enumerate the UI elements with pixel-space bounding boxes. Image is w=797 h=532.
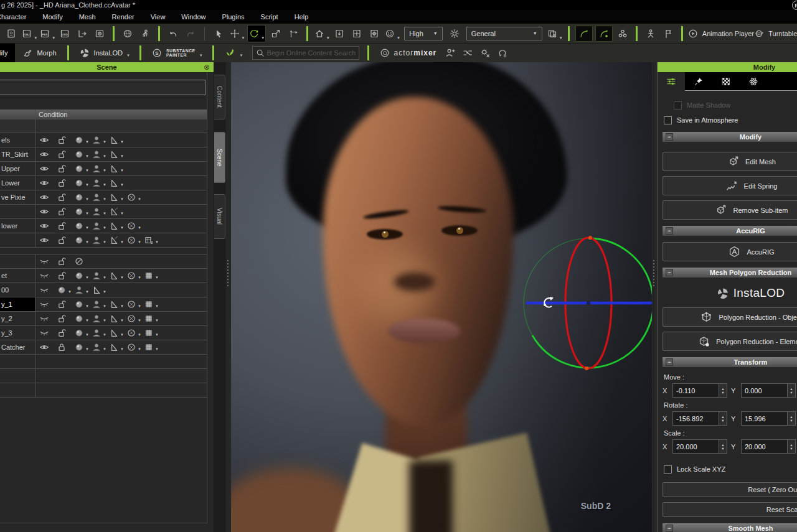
chevron-down-icon[interactable]: ▼: [103, 290, 106, 296]
spinner[interactable]: ▲▼: [719, 411, 727, 426]
eye-icon[interactable]: [39, 192, 50, 203]
menu-item-character[interactable]: Character: [0, 13, 34, 21]
spinner[interactable]: ▲▼: [719, 383, 727, 398]
person-icon[interactable]: [91, 327, 102, 338]
chevron-down-icon[interactable]: ▼: [34, 36, 37, 42]
left-splitter[interactable]: [226, 62, 231, 532]
gear-clear-button[interactable]: [478, 45, 493, 61]
flag-icon[interactable]: [108, 270, 120, 281]
flag-icon[interactable]: [108, 342, 120, 353]
chevron-down-icon[interactable]: ▼: [138, 226, 141, 231]
circle-x-icon[interactable]: [126, 299, 137, 310]
select-cursor-button[interactable]: [211, 26, 226, 42]
sphere-icon[interactable]: [73, 342, 85, 353]
sphere-icon[interactable]: [73, 299, 85, 310]
substance-painter-menu[interactable]: S SUBSTANCEPAINTER ▼: [146, 47, 208, 59]
sphere-icon[interactable]: [73, 149, 85, 160]
chevron-down-icon[interactable]: ▼: [85, 290, 89, 296]
tab-modify[interactable]: Modify: [0, 44, 15, 62]
menu-item-mesh[interactable]: Mesh: [71, 13, 104, 21]
chevron-down-icon[interactable]: ▼: [155, 240, 159, 246]
scale-y-field[interactable]: [741, 439, 787, 454]
table-row[interactable]: lower▼▼▼▼: [0, 219, 207, 233]
unlock-icon[interactable]: [56, 163, 67, 174]
world-button[interactable]: [120, 26, 135, 42]
circle-x-icon[interactable]: [126, 235, 137, 246]
sphere-icon[interactable]: [56, 284, 67, 296]
chevron-down-icon[interactable]: ▼: [326, 36, 330, 42]
chevron-down-icon[interactable]: ▼: [103, 276, 106, 281]
person-icon[interactable]: [91, 235, 102, 246]
flag-icon[interactable]: [108, 327, 120, 338]
corner-badge[interactable]: P: [792, 1, 797, 10]
menu-item-plugins[interactable]: Plugins: [214, 13, 252, 21]
sphere-icon[interactable]: [73, 206, 85, 217]
chevron-down-icon[interactable]: ▼: [85, 212, 89, 217]
scale-button[interactable]: [268, 26, 283, 42]
remove-subitem-button[interactable]: Remove Sub-item: [663, 200, 797, 220]
person-icon[interactable]: [91, 299, 102, 310]
chevron-down-icon[interactable]: ▼: [103, 154, 106, 160]
pivot-button[interactable]: [286, 26, 301, 42]
row-label[interactable]: ve Pixie: [0, 190, 35, 204]
unlock-icon[interactable]: [56, 235, 67, 246]
render-image-button[interactable]: [92, 26, 107, 42]
chevron-down-icon[interactable]: ▼: [120, 169, 124, 174]
collapse-icon[interactable]: −: [666, 133, 673, 141]
sphere-icon[interactable]: [73, 235, 85, 246]
chevron-down-icon[interactable]: ▼: [138, 276, 141, 281]
eye-closed-icon[interactable]: [39, 284, 50, 296]
actormixer-logo[interactable]: actormixer: [374, 47, 442, 59]
table-row[interactable]: Upper▼▼▼: [0, 162, 207, 176]
actor-stand-button[interactable]: [643, 26, 658, 42]
row-label[interactable]: Lower: [0, 176, 35, 190]
frame-fit-button[interactable]: [349, 26, 364, 42]
table-row[interactable]: els▼▼▼: [0, 133, 207, 147]
flag-icon[interactable]: [108, 177, 120, 189]
turntable-button[interactable]: Turntable: [755, 26, 796, 42]
table-row[interactable]: TR_Skirt▼▼▼: [0, 147, 207, 162]
row-label[interactable]: y_2: [0, 312, 35, 325]
tab-morph[interactable]: Morph: [15, 44, 62, 62]
tab-adjust[interactable]: [658, 72, 685, 91]
table-row[interactable]: ve Pixie▼▼▼▼: [0, 190, 207, 205]
rotate-x-field[interactable]: [672, 411, 719, 426]
rotate-gizmo[interactable]: [231, 62, 652, 532]
row-label[interactable]: Upper: [0, 162, 35, 175]
grid-icon[interactable]: [143, 327, 154, 338]
flag-icon[interactable]: [108, 149, 120, 160]
chevron-down-icon[interactable]: ▼: [155, 276, 159, 281]
grid-icon[interactable]: [143, 313, 154, 324]
eye-icon[interactable]: [39, 235, 50, 246]
row-label[interactable]: Catcher: [0, 340, 35, 354]
person-icon[interactable]: [91, 220, 102, 231]
menu-item-window[interactable]: Window: [173, 13, 214, 21]
section-mesh-polygon-reduction[interactable]: − Mesh Polygon Reduction: [663, 268, 797, 278]
lock-icon[interactable]: [56, 342, 67, 353]
chevron-down-icon[interactable]: ▼: [138, 240, 141, 246]
move-x-field[interactable]: [672, 383, 719, 398]
row-label[interactable]: [0, 233, 35, 247]
section-modify[interactable]: − Modify: [663, 132, 797, 142]
search-input[interactable]: [267, 49, 356, 57]
menu-item-view[interactable]: View: [143, 13, 174, 21]
flag-slash-icon[interactable]: [108, 206, 120, 217]
unlock-icon[interactable]: [56, 313, 67, 324]
row-label[interactable]: [0, 355, 35, 368]
chevron-down-icon[interactable]: ▼: [120, 154, 124, 160]
scene-filter-input[interactable]: [0, 80, 205, 95]
chevron-down-icon[interactable]: ▼: [155, 304, 159, 310]
prohibit-icon[interactable]: [73, 256, 85, 267]
sphere-icon[interactable]: [73, 327, 85, 338]
chevron-down-icon[interactable]: ▼: [103, 319, 106, 324]
grid-icon[interactable]: [143, 342, 154, 353]
row-label[interactable]: lower: [0, 219, 35, 233]
sphere-icon[interactable]: [73, 270, 85, 281]
row-label[interactable]: [0, 369, 35, 383]
eye-closed-icon[interactable]: [39, 313, 50, 324]
table-row[interactable]: Catcher▼▼▼▼▼: [0, 340, 207, 355]
row-label[interactable]: [0, 383, 35, 397]
chevron-down-icon[interactable]: ▼: [68, 290, 72, 296]
person-icon[interactable]: [91, 206, 102, 217]
chevron-down-icon[interactable]: ▼: [103, 183, 106, 189]
